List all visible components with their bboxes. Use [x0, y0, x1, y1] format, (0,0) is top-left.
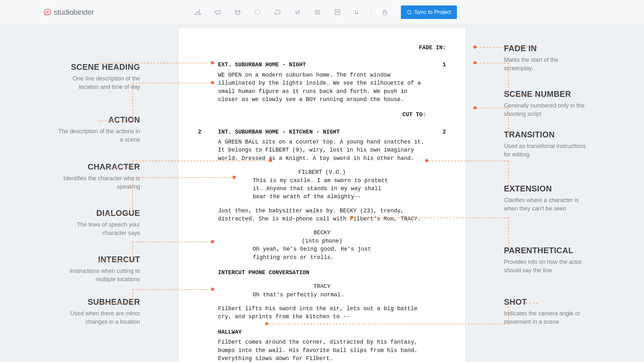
dot-action: [211, 81, 214, 84]
character-tracy: TRACY: [198, 283, 446, 291]
label-intercut: INTERCUT Instructions when cutting to mu…: [56, 255, 140, 283]
main-canvas: SCENE HEADING One line description of th…: [0, 24, 644, 362]
dash-dialog-h2: [98, 214, 132, 215]
dash-intercut-v: [132, 242, 133, 260]
toolbar-separator: [371, 6, 371, 18]
subheader-hallway: HALLWAY: [218, 328, 446, 336]
refresh-icon: [407, 10, 412, 15]
scene-1-slug: EXT. SUBURBAN HOME - NIGHT: [218, 61, 426, 69]
dialogue-becky: Oh yeah, he's being good. He's just figh…: [253, 245, 391, 262]
dash-action-v: [132, 83, 133, 121]
dot-character: [269, 159, 272, 162]
dash-sub-h2: [98, 303, 132, 303]
scene-2-heading-row: 2 INT. SUBURBAN HOME - KITCHEN - NIGHT 2: [198, 128, 446, 136]
action-sword: Filbert lifts his sword into the air, le…: [218, 305, 426, 321]
action-becky-intro: Just then, the babysitter walks by. BECK…: [218, 207, 426, 223]
scenery-icon[interactable]: [194, 8, 202, 16]
scene-2-number-left: 2: [198, 128, 218, 136]
scene-2-action: A GREEN BALL sits on a counter top. A yo…: [218, 138, 426, 162]
swap-icon[interactable]: [294, 8, 301, 16]
label-scene-heading: SCENE HEADING One line description of th…: [56, 62, 140, 91]
dash-dialog-v: [132, 177, 133, 214]
svg-point-2: [238, 12, 239, 12]
paragraph-icon[interactable]: [314, 8, 321, 16]
dot-subheader: [211, 288, 214, 291]
dash-sub-v: [132, 289, 133, 303]
svg-rect-5: [383, 12, 387, 15]
label-shot: SHOT Indicates the camera angle or movem…: [504, 297, 588, 326]
dash-char-v: [132, 161, 133, 168]
label-transition: TRANSITION Used as transitional instruct…: [504, 130, 588, 159]
character-becky: BECKY: [198, 229, 446, 237]
dash-intercut-h: [132, 242, 211, 242]
scene-2-slug: INT. SUBURBAN HOME - KITCHEN - NIGHT: [218, 128, 426, 136]
dot-sceneheading: [211, 61, 214, 64]
right-annotations: FADE IN Marks the start of the screenpla…: [465, 28, 588, 362]
label-dialogue: DIALOGUE The lines of speech your charac…: [56, 209, 140, 237]
label-parenthetical: PARENTHETICAL Provides info on how the a…: [504, 246, 588, 274]
label-extension: EXTENSION Clarifies where a character is…: [504, 184, 588, 213]
logo-text: studiobinder: [54, 8, 94, 17]
scene-1-heading-row: EXT. SUBURBAN HOME - NIGHT 1: [198, 61, 446, 69]
parenthetical-becky: (into phone): [198, 237, 446, 245]
dot-extension: [425, 159, 428, 162]
logo[interactable]: studiobinder: [43, 8, 94, 17]
scene-1-number: 1: [426, 61, 446, 69]
transition-cutto: CUT TO:: [198, 111, 426, 119]
scene-2-number-right: 2: [426, 128, 446, 136]
mask-icon[interactable]: [234, 8, 242, 16]
svg-rect-4: [335, 10, 340, 15]
logo-icon: [43, 8, 52, 16]
screenplay-page: FADE IN: EXT. SUBURBAN HOME - NIGHT 1 WE…: [179, 28, 465, 362]
dash-char-h2: [98, 168, 132, 168]
svg-point-1: [236, 12, 237, 12]
toolbar: Sync to Project: [194, 5, 457, 19]
note-icon[interactable]: [334, 8, 341, 16]
circle-icon[interactable]: [254, 8, 261, 16]
left-annotations: SCENE HEADING One line description of th…: [56, 28, 179, 362]
intercut: INTERCUT PHONE CONVERSATION: [218, 269, 446, 277]
label-subheader: SUBHEADER Used when there are minor chan…: [56, 297, 140, 326]
dot-dialogue: [232, 176, 236, 179]
label-action: ACTION The description of the actions in…: [56, 115, 140, 144]
dash-sceneheading: [98, 63, 211, 63]
label-fade-in: FADE IN Marks the start of the screenpla…: [504, 44, 588, 72]
dot-parenthetical: [350, 216, 353, 219]
fade-in: FADE IN:: [198, 44, 446, 52]
action-hallway: Filbert comes around the corner, distrac…: [218, 338, 426, 362]
svg-point-3: [255, 10, 260, 15]
label-scene-number: SCENE NUMBER Generally numbered only in …: [504, 89, 588, 118]
dash-sub-h: [132, 289, 211, 290]
dash-char-h: [132, 161, 269, 161]
comment-icon[interactable]: [274, 8, 281, 16]
dash-intercut-h2: [98, 260, 132, 261]
label-character: CHARACTER Identifies the character who i…: [56, 162, 140, 191]
numbering-icon[interactable]: [354, 8, 361, 16]
svg-point-0: [199, 10, 200, 11]
lock-icon[interactable]: [381, 8, 389, 16]
sync-button[interactable]: Sync to Project: [401, 5, 457, 19]
character-filbert: FILBERT (V.O.): [198, 168, 446, 176]
dash-action-h: [132, 83, 211, 83]
scene-1-action: WE OPEN on a modern suburban home. The f…: [218, 71, 426, 104]
dash-dialog-h: [132, 177, 232, 178]
dialogue-tracy: Oh that's perfectly normal.: [253, 291, 391, 299]
app-header: studiobinder: [0, 0, 644, 24]
megaphone-icon[interactable]: [214, 8, 222, 16]
dot-intercut: [211, 240, 214, 243]
dash-action-h2: [98, 121, 132, 121]
dialogue-filbert: This is my castle. I am sworn to protect…: [253, 177, 391, 201]
